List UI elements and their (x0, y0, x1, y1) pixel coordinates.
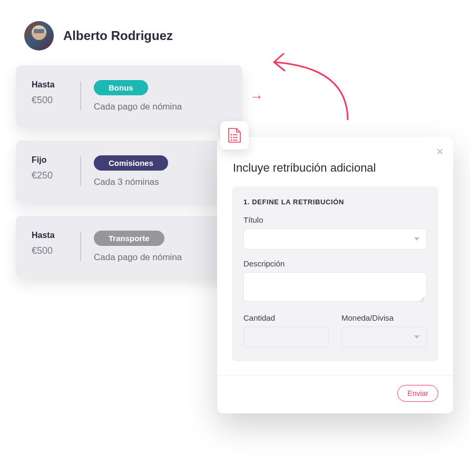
benefit-cards: Hasta €500 Bonus Cada pago de nómina → F… (0, 51, 242, 277)
user-header: Alberto Rodriguez (0, 0, 470, 51)
benefit-card[interactable]: Hasta €500 Bonus Cada pago de nómina → (16, 65, 242, 127)
chip-commissions: Comisiones (94, 155, 168, 171)
modal-title: Incluye retribución adicional (233, 161, 438, 175)
chip-bonus: Bonus (94, 80, 148, 95)
divider (217, 375, 453, 375)
step-label: 1. DEFINE LA RETRIBUCIÓN (243, 198, 427, 206)
document-list-icon (220, 121, 249, 150)
divider (80, 81, 81, 111)
curve-arrow-icon (258, 46, 364, 125)
card-label: Hasta (32, 231, 67, 240)
currency-label: Moneda/Divisa (341, 313, 427, 322)
form-section: 1. DEFINE LA RETRIBUCIÓN Título Descripc… (232, 186, 438, 361)
svg-point-0 (231, 134, 232, 136)
close-icon[interactable]: × (436, 145, 444, 158)
quantity-input[interactable] (243, 326, 329, 348)
title-label: Título (243, 215, 427, 224)
benefit-card[interactable]: Hasta €500 Transporte Cada pago de nómin… (16, 216, 242, 277)
chip-transport: Transporte (94, 231, 164, 246)
card-amount: €250 (32, 170, 67, 181)
avatar (24, 21, 54, 51)
currency-select[interactable] (341, 326, 427, 348)
submit-button[interactable]: Enviar (397, 385, 438, 402)
benefit-card[interactable]: Fijo €250 Comisiones Cada 3 nóminas (16, 141, 242, 202)
description-textarea[interactable] (243, 272, 427, 302)
divider (80, 232, 81, 261)
user-name: Alberto Rodriguez (63, 28, 173, 43)
svg-point-4 (231, 140, 232, 141)
card-label: Hasta (32, 80, 67, 90)
card-frequency: Cada pago de nómina (94, 252, 182, 263)
svg-point-2 (231, 137, 232, 138)
card-amount: €500 (32, 95, 67, 106)
card-frequency: Cada 3 nóminas (94, 177, 159, 187)
quantity-label: Cantidad (243, 313, 329, 322)
title-select[interactable] (243, 229, 427, 250)
divider (80, 156, 81, 186)
compensation-modal: × Incluye retribución adicional 1. DEFIN… (217, 137, 453, 413)
card-frequency: Cada pago de nómina (94, 102, 182, 112)
card-amount: €500 (32, 245, 67, 256)
description-label: Descripción (243, 259, 427, 268)
card-label: Fijo (32, 155, 67, 165)
